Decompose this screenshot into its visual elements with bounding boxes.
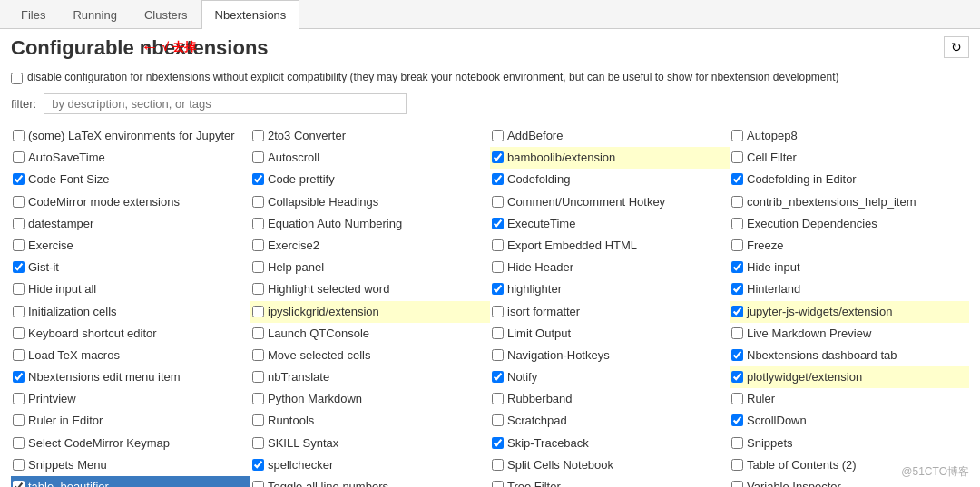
ext-checkbox[interactable]: [252, 173, 264, 185]
list-item[interactable]: plotlywidget/extension: [730, 366, 969, 388]
list-item[interactable]: Exercise2: [250, 235, 490, 257]
list-item[interactable]: Limit Output: [490, 323, 730, 345]
list-item[interactable]: Hide input all: [11, 278, 250, 300]
ext-checkbox[interactable]: [13, 437, 24, 449]
list-item[interactable]: Collapsible Headings: [250, 191, 490, 213]
ext-checkbox[interactable]: [252, 239, 264, 251]
ext-checkbox[interactable]: [731, 414, 743, 426]
ext-checkbox[interactable]: [252, 459, 264, 471]
list-item[interactable]: Initialization cells: [11, 301, 250, 323]
list-item[interactable]: Skip-Traceback: [490, 433, 730, 454]
ext-checkbox[interactable]: [13, 306, 24, 317]
list-item[interactable]: Ruler in Editor: [11, 410, 250, 432]
list-item[interactable]: datestamper: [11, 213, 250, 235]
list-item[interactable]: Scratchpad: [490, 410, 730, 432]
list-item[interactable]: Equation Auto Numbering: [250, 213, 490, 235]
ext-checkbox[interactable]: [731, 327, 743, 339]
list-item[interactable]: Codefolding in Editor: [730, 169, 969, 190]
list-item[interactable]: Cell Filter: [730, 147, 969, 169]
ext-checkbox[interactable]: [731, 371, 743, 383]
list-item[interactable]: Printview: [11, 388, 250, 410]
ext-checkbox[interactable]: [492, 130, 504, 141]
ext-checkbox[interactable]: [13, 261, 24, 273]
ext-checkbox[interactable]: [492, 414, 504, 426]
list-item[interactable]: contrib_nbextensions_help_item: [730, 191, 969, 213]
list-item[interactable]: Freeze: [730, 235, 969, 257]
list-item[interactable]: Help panel: [250, 257, 490, 278]
ext-checkbox[interactable]: [252, 218, 264, 229]
ext-checkbox[interactable]: [13, 239, 24, 251]
ext-checkbox[interactable]: [731, 349, 743, 361]
list-item[interactable]: Gist-it: [11, 257, 250, 278]
list-item[interactable]: bamboolib/extension: [490, 147, 730, 169]
list-item[interactable]: Split Cells Notebook: [490, 454, 730, 476]
list-item[interactable]: isort formatter: [490, 301, 730, 323]
filter-input[interactable]: [44, 93, 407, 114]
list-item[interactable]: Snippets: [730, 433, 969, 454]
ext-checkbox[interactable]: [492, 218, 504, 229]
list-item[interactable]: ScrollDown: [730, 410, 969, 432]
ext-checkbox[interactable]: [252, 130, 264, 141]
list-item[interactable]: Execution Dependencies: [730, 213, 969, 235]
list-item[interactable]: 2to3 Converter: [250, 125, 490, 147]
ext-checkbox[interactable]: [492, 393, 504, 404]
ext-checkbox[interactable]: [252, 393, 264, 404]
list-item[interactable]: Runtools: [250, 410, 490, 432]
ext-checkbox[interactable]: [492, 283, 504, 295]
list-item[interactable]: Hide Header: [490, 257, 730, 278]
list-item[interactable]: Codefolding: [490, 169, 730, 190]
ext-checkbox[interactable]: [731, 261, 743, 273]
ext-checkbox[interactable]: [492, 349, 504, 361]
list-item[interactable]: Export Embedded HTML: [490, 235, 730, 257]
ext-checkbox[interactable]: [252, 327, 264, 339]
tab-files[interactable]: Files: [7, 0, 59, 29]
ext-checkbox[interactable]: [492, 459, 504, 471]
list-item[interactable]: Hinterland: [730, 278, 969, 300]
list-item[interactable]: Highlight selected word: [250, 278, 490, 300]
ext-checkbox[interactable]: [731, 151, 743, 163]
list-item[interactable]: spellchecker: [250, 454, 490, 476]
ext-checkbox[interactable]: [252, 261, 264, 273]
list-item[interactable]: Python Markdown: [250, 388, 490, 410]
list-item[interactable]: Autopep8: [730, 125, 969, 147]
ext-checkbox[interactable]: [731, 130, 743, 141]
list-item[interactable]: Nbextensions edit menu item: [11, 366, 250, 388]
ext-checkbox[interactable]: [252, 414, 264, 426]
ext-checkbox[interactable]: [492, 306, 504, 317]
ext-checkbox[interactable]: [252, 306, 264, 317]
list-item[interactable]: Snippets Menu: [11, 454, 250, 476]
list-item[interactable]: Comment/Uncomment Hotkey: [490, 191, 730, 213]
ext-checkbox[interactable]: [13, 414, 24, 426]
ext-checkbox[interactable]: [13, 393, 24, 404]
list-item[interactable]: Launch QTConsole: [250, 323, 490, 345]
ext-checkbox[interactable]: [252, 283, 264, 295]
list-item[interactable]: Nbextensions dashboard tab: [730, 345, 969, 366]
list-item[interactable]: Exercise: [11, 235, 250, 257]
ext-checkbox[interactable]: [492, 173, 504, 185]
list-item[interactable]: Toggle all line numbers: [250, 476, 490, 487]
ext-checkbox[interactable]: [731, 283, 743, 295]
ext-checkbox[interactable]: [731, 239, 743, 251]
list-item[interactable]: Code prettify: [250, 169, 490, 190]
list-item[interactable]: AddBefore: [490, 125, 730, 147]
ext-checkbox[interactable]: [731, 306, 743, 317]
ext-checkbox[interactable]: [13, 371, 24, 383]
ext-checkbox[interactable]: [731, 196, 743, 208]
ext-checkbox[interactable]: [13, 151, 24, 163]
list-item[interactable]: Navigation-Hotkeys: [490, 345, 730, 366]
ext-checkbox[interactable]: [252, 196, 264, 208]
ext-checkbox[interactable]: [13, 459, 24, 471]
ext-checkbox[interactable]: [492, 151, 504, 163]
list-item[interactable]: ipyslickgrid/extension: [250, 301, 490, 323]
ext-checkbox[interactable]: [492, 481, 504, 487]
ext-checkbox[interactable]: [13, 196, 24, 208]
ext-checkbox[interactable]: [13, 327, 24, 339]
list-item[interactable]: Notify: [490, 366, 730, 388]
list-item[interactable]: highlighter: [490, 278, 730, 300]
list-item[interactable]: Move selected cells: [250, 345, 490, 366]
ext-checkbox[interactable]: [731, 393, 743, 404]
ext-checkbox[interactable]: [13, 173, 24, 185]
list-item[interactable]: table_beautifier: [11, 476, 250, 487]
ext-checkbox[interactable]: [492, 371, 504, 383]
disable-config-checkbox[interactable]: [11, 73, 23, 84]
